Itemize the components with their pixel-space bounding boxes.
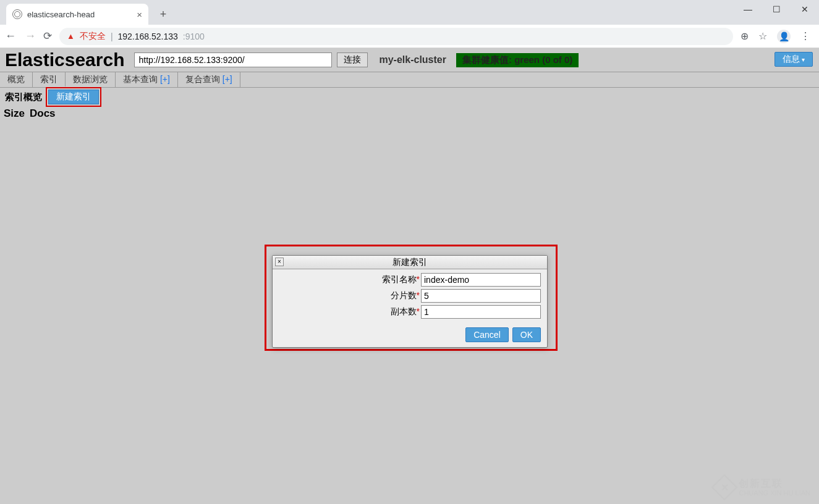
forward-button: → [25,30,36,43]
table-header: Size Docs [0,106,819,121]
col-docs: Docs [30,107,56,120]
es-url-input[interactable] [134,52,332,67]
shards-label: 分片数* [279,290,421,301]
window-maximize-button[interactable]: ☐ [762,0,791,19]
profile-avatar[interactable]: 👤 [777,30,791,43]
insecure-label: 不安全 [80,31,106,42]
dialog-close-icon[interactable]: × [275,258,284,266]
app-container: Elasticsearch 连接 my-elk-cluster 集群健康值: g… [0,48,819,504]
window-close-button[interactable]: ✕ [791,0,819,19]
cancel-button[interactable]: Cancel [465,327,509,342]
main-tabs: 概览 索引 数据浏览 基本查询 [+] 复合查询 [+] [0,72,819,88]
reload-button[interactable]: ⟳ [43,30,52,43]
cluster-health-badge: 集群健康值: green (0 of 0) [456,53,579,67]
url-port: :9100 [183,32,205,41]
browser-toolbar: ← → ⟳ ▲ 不安全 | 192.168.52.133:9100 ⊕ ☆ 👤 … [0,25,819,48]
close-icon[interactable]: × [137,9,142,20]
replicas-input[interactable] [421,305,541,319]
dialog-title: 新建索引 [393,257,427,268]
info-dropdown[interactable]: 信息 [774,52,813,67]
url-host: 192.168.52.133 [118,32,178,41]
tab-overview[interactable]: 概览 [0,72,33,87]
highlight-annotation: 新建索引 [46,87,101,107]
search-icon[interactable]: ⊕ [740,30,749,42]
connect-button[interactable]: 连接 [337,52,368,67]
back-button[interactable]: ← [5,30,16,43]
shards-input[interactable] [421,289,541,303]
ok-button[interactable]: OK [512,327,541,342]
tab-browse[interactable]: 数据浏览 [66,72,116,87]
index-name-input[interactable] [421,273,541,287]
watermark: ✕ 创新互联 CHUANG XIN HU LIAN [715,478,810,497]
app-logo: Elasticsearch [5,51,124,69]
tab-title: elasticsearch-head [27,10,95,19]
globe-icon [12,9,22,19]
index-name-label: 索引名称* [279,274,421,285]
new-tab-button[interactable]: + [155,6,172,23]
col-size: Size [4,107,30,120]
browser-titlebar: elasticsearch-head × + — ☐ ✕ [0,0,819,25]
create-index-dialog: × 新建索引 索引名称* 分片数* 副本数* Cancel OK [272,255,548,348]
create-index-button[interactable]: 新建索引 [48,90,99,104]
window-minimize-button[interactable]: — [734,0,762,19]
replicas-label: 副本数* [279,306,421,317]
dialog-titlebar[interactable]: × 新建索引 [273,256,547,269]
cluster-name: my-elk-cluster [379,54,446,65]
tab-index[interactable]: 索引 [33,72,66,87]
index-overview-label: 索引概览 [5,91,42,103]
menu-icon[interactable]: ⋮ [800,30,810,42]
warning-icon: ▲ [67,32,75,41]
bookmark-icon[interactable]: ☆ [758,30,767,42]
watermark-icon: ✕ [711,474,737,500]
tab-basic-query[interactable]: 基本查询 [+] [116,72,178,87]
app-header: Elasticsearch 连接 my-elk-cluster 集群健康值: g… [0,48,819,72]
browser-tab[interactable]: elasticsearch-head × [6,4,148,25]
tab-compound-query[interactable]: 复合查询 [+] [178,72,240,87]
index-toolbar: 索引概览 新建索引 [0,88,819,106]
address-bar[interactable]: ▲ 不安全 | 192.168.52.133:9100 [59,28,733,45]
